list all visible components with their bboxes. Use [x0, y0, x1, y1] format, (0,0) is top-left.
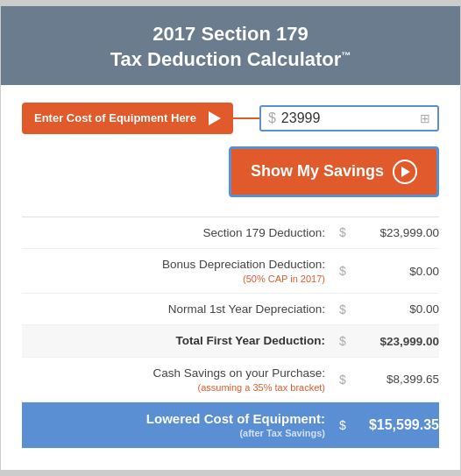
result-label-lowered: Lowered Cost of Equipment: (after Tax Sa… — [22, 410, 334, 440]
arrow-icon — [209, 111, 221, 125]
result-label-total: Total First Year Deduction: — [22, 333, 334, 349]
button-row: Show My Savings — [22, 146, 439, 197]
calculator-icon[interactable]: ⊞ — [420, 111, 430, 125]
cost-input[interactable] — [281, 110, 420, 126]
result-label-bonus: Bonus Depreciation Deduction: (50% CAP i… — [22, 257, 334, 285]
arrow-connector — [233, 117, 259, 119]
result-dollar-3: $ — [334, 334, 351, 348]
result-row-cash-savings: Cash Savings on your Purchase: (assuming… — [22, 358, 439, 402]
result-label-section179: Section 179 Deduction: — [22, 225, 334, 241]
result-value-normal: $0.00 — [351, 302, 439, 316]
result-dollar-0: $ — [334, 225, 351, 239]
dollar-sign-label: $ — [268, 110, 276, 126]
calculator-header: 2017 Section 179 Tax Deduction Calculato… — [1, 6, 460, 84]
button-arrow-icon — [393, 160, 417, 184]
result-value-bonus: $0.00 — [351, 265, 439, 278]
calculator-content: Enter Cost of Equipment Here $ ⊞ Show My… — [1, 85, 460, 470]
result-row-lowered-cost: Lowered Cost of Equipment: (after Tax Sa… — [22, 402, 439, 449]
result-row-normal-depreciation: Normal 1st Year Depreciation: $ $0.00 — [22, 294, 439, 326]
calculator-container: 2017 Section 179 Tax Deduction Calculato… — [0, 5, 461, 470]
result-row-bonus: Bonus Depreciation Deduction: (50% CAP i… — [22, 249, 439, 294]
result-label-cash: Cash Savings on your Purchase: (assuming… — [22, 366, 334, 394]
result-dollar-5: $ — [334, 418, 351, 432]
result-row-total: Total First Year Deduction: $ $23,999.00 — [22, 325, 439, 358]
result-row-section179: Section 179 Deduction: $ $23,999.00 — [22, 217, 439, 250]
result-value-section179: $23,999.00 — [351, 226, 439, 239]
result-value-lowered: $15,599.35 — [351, 417, 439, 433]
result-value-total: $23,999.00 — [351, 335, 439, 348]
results-section: Section 179 Deduction: $ $23,999.00 Bonu… — [22, 217, 439, 449]
result-dollar-2: $ — [334, 302, 351, 316]
result-dollar-4: $ — [334, 373, 351, 387]
result-dollar-1: $ — [334, 264, 351, 278]
input-label: Enter Cost of Equipment Here — [22, 103, 233, 134]
result-label-normal: Normal 1st Year Depreciation: — [22, 302, 334, 317]
cost-input-wrapper: $ ⊞ — [259, 105, 439, 131]
input-row: Enter Cost of Equipment Here $ ⊞ — [22, 103, 439, 134]
result-value-cash: $8,399.65 — [351, 373, 439, 386]
show-savings-button[interactable]: Show My Savings — [229, 146, 439, 197]
header-title: 2017 Section 179 Tax Deduction Calculato… — [18, 22, 443, 72]
